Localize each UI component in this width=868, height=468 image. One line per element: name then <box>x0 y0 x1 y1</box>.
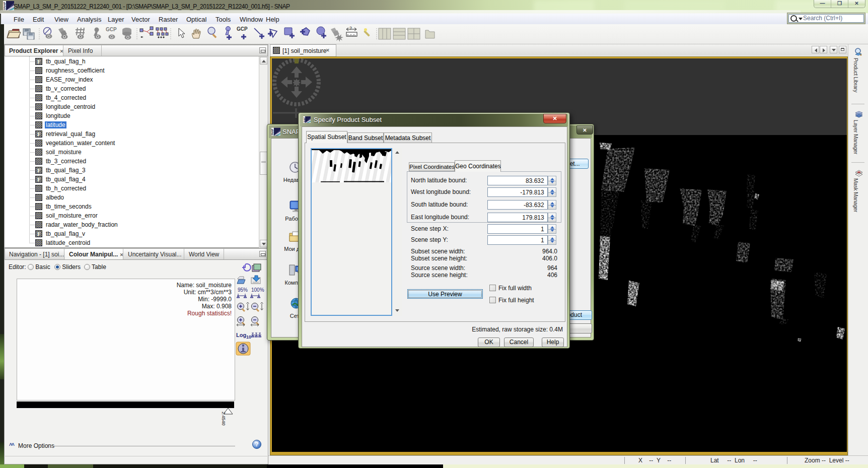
svg-text:SNAP: SNAP <box>271 129 274 136</box>
svg-text:GCP: GCP <box>237 26 248 32</box>
svg-text:?: ? <box>349 26 352 31</box>
svg-text:SNAP: SNAP <box>304 117 306 122</box>
svg-text:SNAP: SNAP <box>3 2 6 10</box>
svg-text:Log: Log <box>236 332 246 338</box>
svg-text:10: 10 <box>246 335 251 340</box>
svg-text:100%: 100% <box>251 287 264 293</box>
svg-text:GCP: GCP <box>106 27 117 32</box>
svg-text:95%: 95% <box>238 287 248 293</box>
